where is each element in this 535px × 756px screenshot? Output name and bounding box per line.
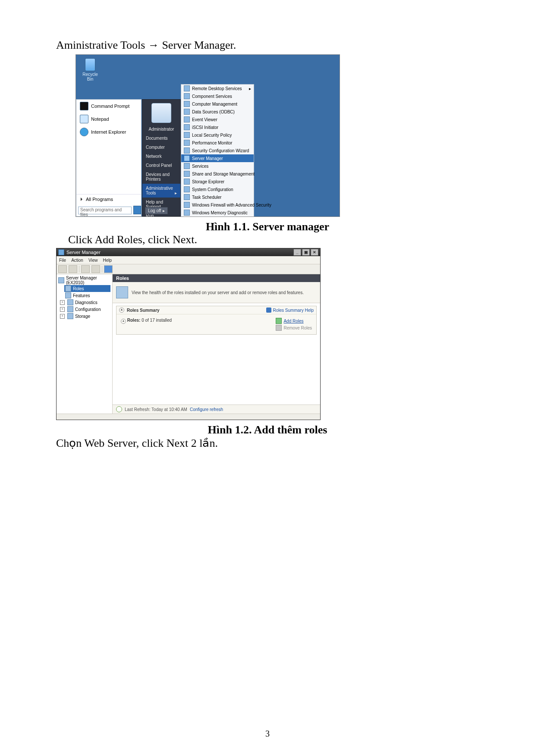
tree-node-storage[interactable]: + Storage bbox=[64, 313, 110, 320]
label: Storage bbox=[75, 314, 90, 319]
back-button[interactable] bbox=[58, 265, 67, 273]
search-input[interactable]: Search programs and files bbox=[78, 207, 132, 214]
figure-caption-2: Hình 1.2. Add thêm roles bbox=[56, 423, 479, 436]
notepad-icon bbox=[80, 115, 88, 123]
submenu-item[interactable]: Windows PowerShell Modules bbox=[181, 216, 254, 217]
submenu-item-server-manager[interactable]: Server Manager bbox=[181, 154, 254, 162]
toolbar bbox=[57, 264, 320, 274]
submenu-item[interactable]: Security Configuration Wizard bbox=[181, 147, 254, 154]
configure-refresh-link[interactable]: Configure refresh bbox=[190, 407, 223, 412]
add-roles-link[interactable]: Add Roles bbox=[276, 318, 312, 324]
start-item[interactable]: Documents bbox=[142, 134, 180, 143]
menu-action[interactable]: Action bbox=[71, 258, 83, 263]
expand-icon[interactable]: + bbox=[60, 307, 65, 312]
features-icon bbox=[65, 292, 71, 298]
roles-summary-panel: ▴ Roles Summary Roles Summary Help ▴ Rol… bbox=[116, 306, 317, 335]
label: Event Viewer bbox=[192, 117, 217, 122]
recycle-bin-icon[interactable]: Recycle Bin bbox=[80, 58, 100, 82]
page-number: 3 bbox=[0, 729, 535, 739]
submenu-item[interactable]: Remote Desktop Services▸ bbox=[181, 85, 254, 92]
label: Task Scheduler bbox=[192, 195, 221, 200]
start-item-admin-tools[interactable]: Administrative Tools ▸ bbox=[142, 184, 180, 198]
content-area: Roles View the health of the roles insta… bbox=[113, 274, 320, 414]
submenu-item[interactable]: Event Viewer bbox=[181, 116, 254, 123]
maximize-button[interactable]: ▣ bbox=[302, 249, 310, 256]
tree-node-diagnostics[interactable]: + Diagnostics bbox=[64, 299, 110, 306]
logoff-button[interactable]: Log off ▸ bbox=[145, 207, 168, 214]
label: System Configuration bbox=[192, 187, 233, 192]
submenu-item[interactable]: Windows Memory Diagnostic bbox=[181, 209, 254, 216]
submenu-item[interactable]: Services bbox=[181, 162, 254, 170]
submenu-item[interactable]: System Configuration bbox=[181, 185, 254, 193]
label: iSCSI Initiator bbox=[192, 125, 218, 130]
submenu-item[interactable]: Data Sources (ODBC) bbox=[181, 108, 254, 116]
configuration-icon bbox=[67, 306, 73, 312]
label: Roles: bbox=[127, 318, 141, 323]
expand-icon[interactable]: + bbox=[60, 314, 65, 319]
properties-button[interactable] bbox=[91, 265, 100, 273]
search-go-button[interactable] bbox=[133, 206, 141, 214]
menu-view[interactable]: View bbox=[88, 258, 98, 263]
collapse-icon[interactable]: ▴ bbox=[121, 319, 126, 324]
start-item-ie[interactable]: Internet Explorer bbox=[76, 125, 141, 138]
menu-file[interactable]: File bbox=[59, 258, 66, 263]
label: Share and Storage Management bbox=[192, 172, 255, 176]
label: Notepad bbox=[91, 116, 109, 122]
app-icon bbox=[184, 93, 190, 99]
start-item[interactable]: Control Panel bbox=[142, 161, 180, 170]
label: Remove Roles bbox=[283, 326, 312, 330]
tree-node-features[interactable]: Features bbox=[64, 292, 110, 299]
submenu-item[interactable]: Share and Storage Management bbox=[181, 170, 254, 178]
remove-roles-link[interactable]: Remove Roles bbox=[276, 325, 312, 331]
expand-icon[interactable]: + bbox=[60, 300, 65, 305]
label: Internet Explorer bbox=[91, 129, 126, 135]
minimize-button[interactable]: _ bbox=[293, 249, 301, 256]
collapse-icon[interactable]: ▴ bbox=[119, 307, 124, 313]
diagnostics-icon bbox=[67, 299, 73, 305]
user-name: Administrator bbox=[142, 125, 180, 134]
instruction-top: Aministrative Tools → Server Manager. bbox=[56, 39, 479, 52]
submenu-item[interactable]: Windows Firewall with Advanced Security bbox=[181, 201, 254, 209]
close-button[interactable]: ✕ bbox=[311, 249, 318, 256]
start-item[interactable]: Computer bbox=[142, 143, 180, 152]
start-item[interactable]: Devices and Printers bbox=[142, 170, 180, 184]
label: Server Manager (EX2010) bbox=[66, 276, 110, 285]
start-item-command-prompt[interactable]: Command Prompt bbox=[76, 100, 141, 113]
submenu-item[interactable]: Performance Monitor bbox=[181, 139, 254, 147]
label: Server Manager bbox=[192, 156, 223, 161]
user-avatar-icon bbox=[151, 103, 171, 123]
app-icon bbox=[184, 140, 190, 146]
chevron-right-icon: ▸ bbox=[175, 191, 177, 195]
start-item-notepad[interactable]: Notepad bbox=[76, 113, 141, 125]
tree-root[interactable]: Server Manager (EX2010) bbox=[58, 276, 110, 285]
server-icon bbox=[58, 277, 64, 283]
submenu-item[interactable]: Computer Management bbox=[181, 100, 254, 108]
admin-tools-submenu: Remote Desktop Services▸ Component Servi… bbox=[181, 84, 254, 217]
tree-node-configuration[interactable]: + Configuration bbox=[64, 306, 110, 313]
tree-node-roles[interactable]: Roles bbox=[64, 285, 110, 292]
label: All Programs bbox=[86, 197, 113, 202]
submenu-item[interactable]: Component Services bbox=[181, 92, 254, 100]
submenu-item[interactable]: Local Security Policy bbox=[181, 131, 254, 139]
label: Remote Desktop Services bbox=[192, 86, 242, 91]
help-icon bbox=[266, 307, 271, 313]
all-programs[interactable]: All Programs bbox=[76, 194, 141, 204]
forward-button[interactable] bbox=[69, 265, 77, 273]
help-button[interactable] bbox=[104, 265, 113, 273]
start-item[interactable]: Network bbox=[142, 152, 180, 161]
status-bar bbox=[57, 414, 320, 420]
label: Performance Monitor bbox=[192, 141, 232, 145]
chevron-right-icon bbox=[81, 198, 82, 201]
toolbar-button[interactable] bbox=[81, 265, 90, 273]
submenu-item[interactable]: iSCSI Initiator bbox=[181, 123, 254, 131]
roles-description: View the health of the roles installed o… bbox=[113, 282, 320, 303]
add-icon bbox=[276, 318, 282, 324]
instruction-mid: Click Add Roles, click Next. bbox=[68, 233, 479, 246]
submenu-item[interactable]: Storage Explorer bbox=[181, 178, 254, 185]
recycle-bin-label: Recycle Bin bbox=[80, 72, 100, 82]
roles-summary-help-link[interactable]: Roles Summary Help bbox=[266, 307, 314, 313]
last-refresh-bar: Last Refresh: Today at 10:40 AM Configur… bbox=[113, 405, 320, 414]
menu-help[interactable]: Help bbox=[103, 258, 112, 263]
label: Data Sources (ODBC) bbox=[192, 110, 235, 114]
submenu-item[interactable]: Task Scheduler bbox=[181, 193, 254, 201]
